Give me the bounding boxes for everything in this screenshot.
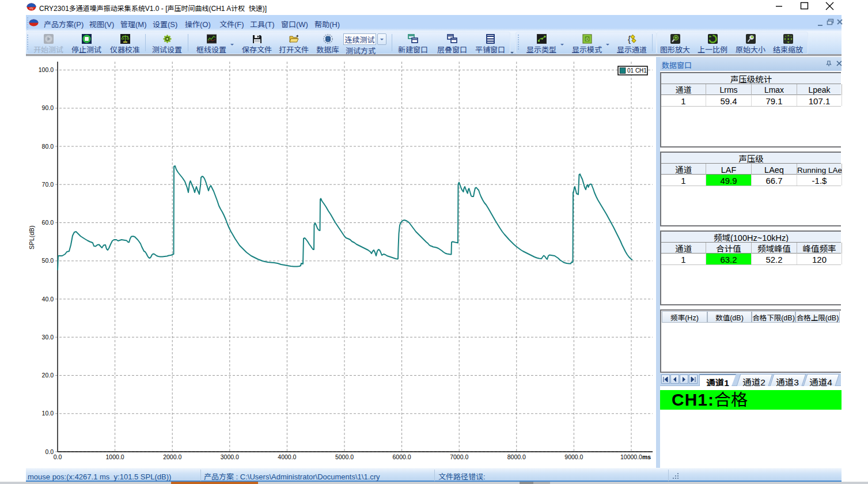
svg-text:50.0: 50.0	[42, 257, 54, 264]
svg-text:01 CH1: 01 CH1	[627, 67, 647, 74]
svg-text:9000.0: 9000.0	[564, 453, 583, 460]
svg-text:8000.0: 8000.0	[507, 453, 526, 460]
svg-text:6000.0: 6000.0	[393, 453, 411, 460]
svg-text:{: {	[628, 34, 631, 44]
svg-text:20.0: 20.0	[42, 372, 54, 379]
svg-text:30.0: 30.0	[42, 334, 54, 341]
svg-text:cry: cry	[29, 6, 33, 10]
svg-text:5000.0: 5000.0	[335, 453, 354, 460]
svg-text:7000.0: 7000.0	[450, 453, 468, 460]
svg-text:60.0: 60.0	[42, 219, 54, 226]
svg-text:40.0: 40.0	[42, 296, 54, 302]
svg-text:2000.0: 2000.0	[163, 453, 181, 460]
svg-text:90.0: 90.0	[42, 104, 54, 111]
svg-text:1000.0: 1000.0	[106, 453, 124, 460]
svg-text:SPL(dB): SPL(dB)	[28, 225, 35, 249]
svg-text:100.0: 100.0	[39, 66, 54, 73]
svg-text:10.0: 10.0	[42, 410, 54, 417]
svg-text:0.0: 0.0	[45, 448, 54, 455]
svg-text:4000.0: 4000.0	[278, 453, 296, 460]
svg-text:70.0: 70.0	[42, 181, 54, 188]
svg-text:0: 0	[585, 36, 588, 42]
svg-text:3000.0: 3000.0	[221, 453, 239, 460]
svg-text:80.0: 80.0	[42, 143, 54, 150]
svg-text:0.0: 0.0	[54, 453, 62, 460]
svg-text:10000.0ms: 10000.0ms	[620, 453, 651, 460]
